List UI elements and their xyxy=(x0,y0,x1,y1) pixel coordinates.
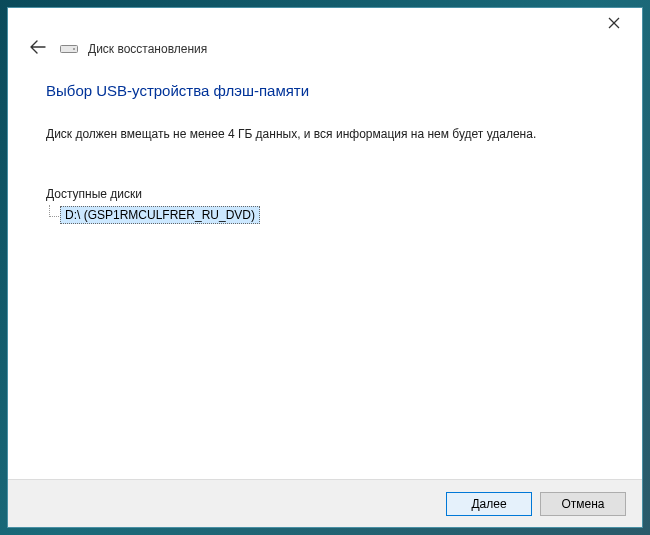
back-button[interactable] xyxy=(26,38,50,60)
wizard-window: Диск восстановления Выбор USB-устройства… xyxy=(7,7,643,528)
page-description: Диск должен вмещать не менее 4 ГБ данных… xyxy=(46,127,604,141)
drive-item-label: D:\ (GSP1RMCULFRER_RU_DVD) xyxy=(65,208,255,222)
header-title: Диск восстановления xyxy=(88,42,207,56)
cancel-button[interactable]: Отмена xyxy=(540,492,626,516)
tree-connector-icon xyxy=(49,205,59,217)
svg-point-3 xyxy=(73,48,75,50)
wizard-content: Выбор USB-устройства флэш-памяти Диск до… xyxy=(8,70,642,479)
close-button[interactable] xyxy=(594,12,634,34)
next-button[interactable]: Далее xyxy=(446,492,532,516)
drive-list-item[interactable]: D:\ (GSP1RMCULFRER_RU_DVD) xyxy=(60,206,260,224)
drives-list: D:\ (GSP1RMCULFRER_RU_DVD) xyxy=(46,205,604,224)
titlebar xyxy=(8,8,642,38)
wizard-footer: Далее Отмена xyxy=(8,479,642,527)
back-arrow-icon xyxy=(30,40,46,54)
page-title: Выбор USB-устройства флэш-памяти xyxy=(46,82,604,99)
wizard-header: Диск восстановления xyxy=(8,38,642,70)
drives-list-label: Доступные диски xyxy=(46,187,604,201)
drive-icon xyxy=(60,43,78,55)
close-icon xyxy=(608,17,620,29)
